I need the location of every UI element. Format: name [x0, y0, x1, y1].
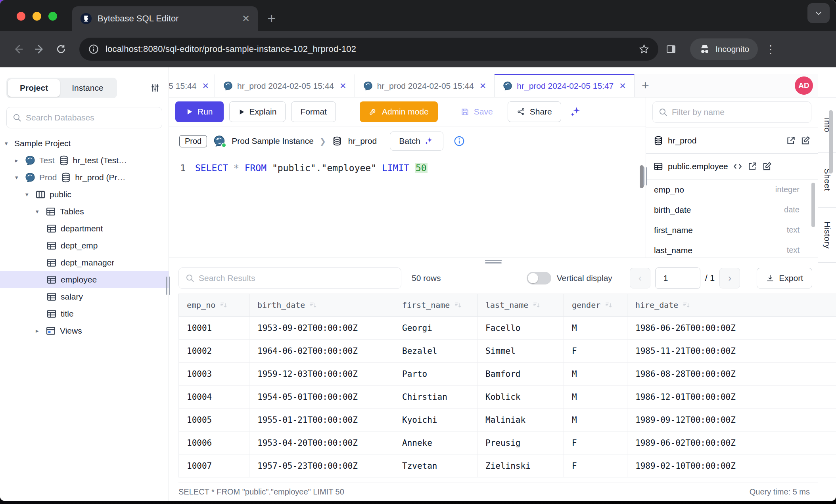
browser-tab-close-icon[interactable]: ✕ [242, 13, 250, 24]
caret-right-icon[interactable]: ▸ [36, 327, 45, 334]
close-tab-icon[interactable]: ✕ [479, 81, 487, 91]
table-cell[interactable]: 10002 [179, 340, 249, 363]
database-search[interactable] [6, 107, 162, 128]
col-header-emp_no[interactable]: emp_no [179, 294, 249, 317]
close-tab-icon[interactable]: ✕ [339, 81, 347, 91]
vertical-display-toggle[interactable] [527, 272, 551, 284]
page-input[interactable] [655, 267, 700, 289]
table-cell[interactable]: F [564, 431, 627, 454]
results-search-input[interactable] [199, 273, 395, 283]
sidebar-settings-icon[interactable] [150, 82, 161, 94]
panel-database-row[interactable]: hr_prod [646, 128, 818, 154]
tree-item-tables[interactable]: ▾Tables [0, 203, 169, 220]
editor-tab-1[interactable]: 5 15:44✕ [169, 74, 215, 97]
info-circle-icon[interactable] [453, 135, 465, 147]
format-button[interactable]: Format [291, 101, 336, 122]
prev-page-button[interactable]: ‹ [630, 268, 650, 288]
tree-item-department[interactable]: department [0, 220, 169, 237]
table-cell[interactable]: 1964-06-02T00:00:00Z [249, 340, 394, 363]
table-cell[interactable]: 1953-04-20T00:00:00Z [249, 431, 394, 454]
editor-tab-3[interactable]: hr_prod 2024-02-05 15:44✕ [355, 74, 495, 97]
new-tab-button[interactable]: + [267, 10, 276, 27]
browser-menu-icon[interactable]: ⋮ [762, 40, 779, 58]
tree-item-public[interactable]: ▾public [0, 186, 169, 203]
close-tab-icon[interactable]: ✕ [202, 81, 209, 91]
table-cell[interactable]: M [564, 409, 627, 431]
column-row-last_name[interactable]: last_nametext [646, 240, 818, 258]
table-cell[interactable]: Tzvetan [394, 454, 477, 477]
tree-item-dept-emp[interactable]: dept_emp [0, 237, 169, 254]
results-scrollbar[interactable] [829, 110, 833, 174]
edit-icon[interactable] [762, 161, 772, 172]
col-header-gender[interactable]: gender [564, 294, 627, 317]
schema-filter-input[interactable] [672, 107, 805, 117]
editor-tab-4[interactable]: hr_prod 2024-02-05 15:47✕ [495, 74, 635, 97]
tree-item-hr-test-test[interactable]: ▸Testhr_test (Test… [0, 152, 169, 169]
schema-filter[interactable] [652, 101, 811, 123]
table-cell[interactable]: Koblick [477, 386, 564, 409]
table-cell[interactable]: 10001 [179, 317, 249, 340]
external-link-icon[interactable] [786, 136, 796, 146]
export-button[interactable]: Export [757, 268, 812, 288]
table-cell[interactable]: 1986-12-01T00:00:00Z [627, 386, 774, 409]
panel-scrollbar[interactable] [811, 183, 815, 227]
database-name[interactable]: hr_prod [348, 136, 377, 146]
tab-overflow-button[interactable] [807, 3, 830, 23]
sidebar-resize-handle[interactable] [166, 277, 170, 295]
col-header-birth_date[interactable]: birth_date [249, 294, 394, 317]
share-button[interactable]: Share [508, 101, 561, 122]
col-header-last_name[interactable]: last_name [477, 294, 564, 317]
table-cell[interactable]: Preusig [477, 431, 564, 454]
bookmark-star-icon[interactable] [639, 44, 650, 55]
horizontal-splitter[interactable] [169, 258, 818, 263]
code-icon[interactable] [732, 161, 743, 172]
external-link-icon[interactable] [747, 161, 757, 172]
new-sheet-button[interactable]: + [635, 74, 656, 97]
close-window-button[interactable] [17, 12, 25, 21]
table-cell[interactable]: Georgi [394, 317, 477, 340]
table-cell[interactable]: F [564, 340, 627, 363]
table-cell[interactable]: Simmel [477, 340, 564, 363]
tab-instance[interactable]: Instance [60, 79, 115, 97]
table-cell[interactable]: 1985-11-21T00:00:00Z [627, 340, 774, 363]
tree-item-employee[interactable]: employee [0, 271, 169, 288]
splitter-grip-icon[interactable] [485, 259, 502, 265]
column-row-first_name[interactable]: first_nametext [646, 220, 818, 240]
back-icon[interactable] [10, 40, 27, 58]
panel-table-row[interactable]: public.employee [646, 154, 818, 179]
tab-info[interactable]: Info [818, 97, 836, 153]
tree-item-title[interactable]: title [0, 305, 169, 322]
table-cell[interactable]: Zielinski [477, 454, 564, 477]
table-cell[interactable]: 10004 [179, 386, 249, 409]
sql-editor[interactable]: 1 SELECT * FROM "public"."employee" LIMI… [169, 156, 646, 258]
minimize-window-button[interactable] [33, 12, 41, 21]
editor-tab-2[interactable]: hr_prod 2024-02-05 15:44✕ [215, 74, 355, 97]
caret-down-icon[interactable]: ▾ [36, 208, 45, 215]
batch-button[interactable]: Batch [390, 132, 443, 151]
tree-item-dept-manager[interactable]: dept_manager [0, 254, 169, 271]
table-cell[interactable]: 1957-05-23T00:00:00Z [249, 454, 394, 477]
caret-down-icon[interactable]: ▾ [25, 191, 35, 198]
table-cell[interactable]: Bamford [477, 363, 564, 386]
table-cell[interactable]: Anneke [394, 431, 477, 454]
table-cell[interactable]: 1955-01-21T00:00:00Z [249, 409, 394, 431]
table-cell[interactable]: 10003 [179, 363, 249, 386]
column-row-birth_date[interactable]: birth_datedate [646, 200, 818, 220]
table-cell[interactable]: 1989-06-02T00:00:00Z [627, 431, 774, 454]
next-page-button[interactable]: › [719, 268, 740, 288]
table-cell[interactable]: Facello [477, 317, 564, 340]
table-cell[interactable]: 1986-06-26T00:00:00Z [627, 317, 774, 340]
table-cell[interactable]: M [564, 386, 627, 409]
url-text[interactable]: localhost:8080/sql-editor/prod-sample-in… [105, 44, 632, 54]
table-cell[interactable]: Parto [394, 363, 477, 386]
address-bar[interactable]: localhost:8080/sql-editor/prod-sample-in… [79, 38, 658, 61]
forward-icon[interactable] [31, 40, 48, 58]
sql-code-line[interactable]: SELECT * FROM "public"."employee" LIMIT … [195, 163, 428, 258]
caret-right-icon[interactable]: ▸ [15, 157, 25, 164]
database-search-input[interactable] [26, 113, 156, 122]
ai-sparkle-icon[interactable] [570, 106, 582, 118]
col-header-hire_date[interactable]: hire_date [627, 294, 774, 317]
table-cell[interactable]: Chirstian [394, 386, 477, 409]
tree-item-salary[interactable]: salary [0, 288, 169, 305]
table-cell[interactable]: F [564, 454, 627, 477]
